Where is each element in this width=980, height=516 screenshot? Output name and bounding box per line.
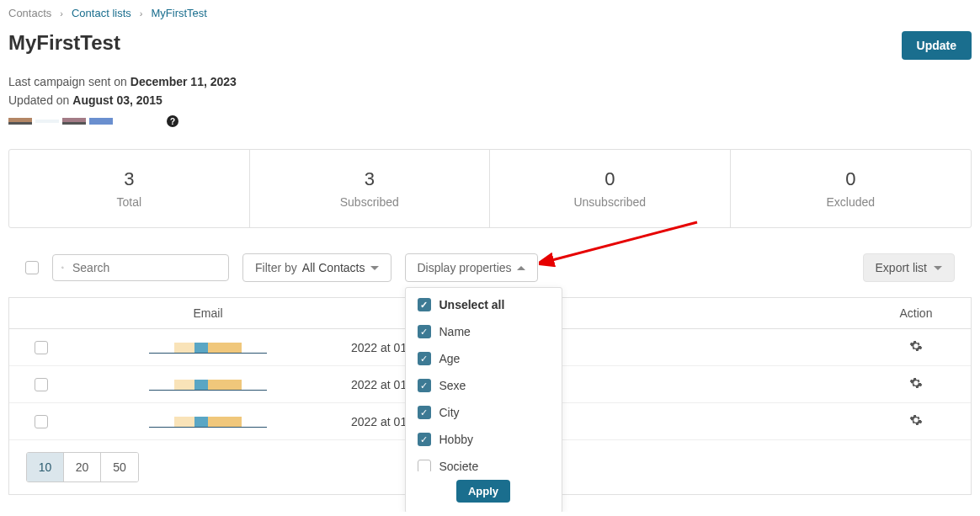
checkbox-icon[interactable]	[418, 298, 431, 311]
help-icon[interactable]: ?	[167, 115, 178, 127]
chevron-down-icon	[934, 266, 942, 270]
row-checkbox[interactable]	[35, 341, 48, 354]
stat-subscribed[interactable]: 3 Subscribed	[250, 150, 491, 227]
pager-option[interactable]: 20	[64, 453, 101, 481]
checkbox-icon[interactable]	[418, 433, 431, 446]
stat-label: Total	[18, 195, 241, 209]
panel-option[interactable]: Hobby	[418, 426, 550, 453]
breadcrumb-current: MyFirstTest	[151, 7, 206, 19]
chevron-down-icon	[370, 266, 379, 270]
panel-option-label: Societe	[439, 460, 479, 471]
search-icon	[61, 261, 64, 274]
chip-icon	[35, 120, 59, 123]
column-email: Email	[65, 306, 351, 320]
chevron-right-icon: ›	[140, 8, 143, 19]
checkbox-icon[interactable]	[418, 352, 431, 365]
last-campaign-line: Last campaign sent on December 11, 2023	[8, 75, 972, 88]
checkbox-icon[interactable]	[418, 379, 431, 392]
pager-option[interactable]: 10	[27, 453, 64, 481]
chevron-right-icon: ›	[60, 8, 63, 19]
gear-icon[interactable]	[909, 339, 923, 353]
column-action: Action	[870, 306, 962, 320]
update-button[interactable]: Update	[902, 31, 972, 60]
panel-option-label: City	[439, 406, 460, 419]
filter-button[interactable]: Filter by All Contacts	[242, 253, 391, 282]
checkbox-icon[interactable]	[418, 460, 431, 471]
chip-icon	[89, 118, 113, 125]
stat-excluded[interactable]: 0 Excluded	[731, 150, 972, 227]
chevron-up-icon	[517, 266, 525, 270]
page-title: MyFirstTest	[8, 31, 120, 55]
stat-label: Unsubscribed	[498, 195, 722, 209]
breadcrumb-contacts[interactable]: Contacts	[8, 7, 51, 19]
chip-icon	[62, 118, 86, 125]
select-all-checkbox[interactable]	[25, 261, 39, 274]
panel-option[interactable]: Age	[418, 345, 550, 372]
email-redacted	[149, 416, 267, 428]
panel-option-label: Age	[439, 352, 461, 365]
stat-label: Excluded	[739, 195, 963, 209]
stat-value: 3	[258, 168, 482, 190]
pager-option[interactable]: 50	[101, 453, 138, 481]
row-checkbox[interactable]	[35, 378, 48, 391]
display-properties-button[interactable]: Display properties	[405, 253, 538, 282]
toolbar: Filter by All Contacts Display propertie…	[8, 253, 972, 297]
panel-option-label: Name	[439, 325, 471, 338]
updated-line: Updated on August 03, 2015	[8, 93, 972, 107]
email-redacted	[149, 342, 267, 354]
svg-line-1	[63, 268, 64, 269]
stat-total[interactable]: 3 Total	[9, 150, 250, 227]
gear-icon[interactable]	[909, 413, 923, 427]
panel-option-label: Sexe	[439, 379, 466, 392]
stats-row: 3 Total 3 Subscribed 0 Unsubscribed 0 Ex…	[8, 149, 972, 228]
panel-option-label: Hobby	[439, 433, 473, 446]
checkbox-icon[interactable]	[418, 325, 431, 338]
stat-value: 0	[739, 168, 963, 190]
gear-icon[interactable]	[909, 376, 923, 390]
panel-option[interactable]: Societe	[418, 453, 550, 471]
page-size-pager: 10 20 50	[26, 452, 139, 482]
breadcrumb: Contacts › Contact lists › MyFirstTest	[8, 7, 972, 19]
panel-option[interactable]: City	[418, 399, 550, 426]
stat-unsubscribed[interactable]: 0 Unsubscribed	[490, 150, 731, 227]
stat-label: Subscribed	[258, 195, 482, 209]
search-input-wrap[interactable]	[52, 254, 229, 281]
panel-option[interactable]: Name	[418, 318, 550, 345]
stat-value: 3	[18, 168, 241, 190]
tag-chips: ?	[8, 115, 972, 127]
export-list-button[interactable]: Export list	[863, 253, 955, 282]
panel-unselect-all[interactable]: Unselect all	[406, 298, 562, 318]
row-checkbox[interactable]	[35, 415, 48, 428]
panel-option[interactable]: Sexe	[418, 372, 550, 399]
apply-button[interactable]: Apply	[456, 480, 510, 503]
breadcrumb-contact-lists[interactable]: Contact lists	[72, 7, 131, 19]
stat-value: 0	[498, 168, 722, 190]
chip-icon	[8, 118, 32, 125]
display-properties-panel: Unselect all Name Age Sexe	[405, 287, 562, 512]
svg-point-0	[61, 267, 63, 269]
checkbox-icon[interactable]	[418, 406, 431, 419]
email-redacted	[149, 379, 267, 391]
search-input[interactable]	[72, 261, 220, 274]
